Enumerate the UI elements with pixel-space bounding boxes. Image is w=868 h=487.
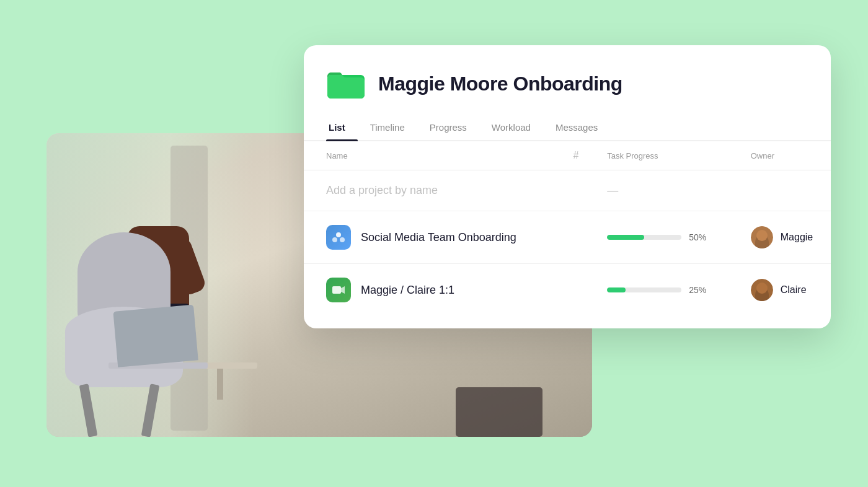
svg-point-2 [332, 237, 337, 242]
row1-name-cell[interactable]: Social Media Team Onboarding [304, 211, 567, 264]
meet-icon [326, 278, 351, 302]
col-task-progress: Task Progress [595, 141, 738, 170]
folder-icon [326, 63, 366, 105]
tab-progress[interactable]: Progress [417, 116, 479, 140]
add-hash-cell [567, 170, 595, 211]
add-project-row: Add a project by name — [304, 170, 831, 211]
table-row: Maggie / Claire 1:1 25% [304, 264, 831, 317]
col-name: Name [304, 141, 567, 170]
row2-owner-name: Claire [781, 284, 807, 296]
row2-progress-cell: 25% [595, 264, 738, 317]
laptop [108, 362, 208, 369]
row2-progress-bar [607, 287, 681, 292]
add-project-cell[interactable]: Add a project by name [304, 170, 567, 211]
row2-owner: Claire [751, 279, 831, 301]
svg-point-1 [336, 232, 341, 237]
row1-owner-name: Maggie [781, 232, 813, 243]
avatar-claire [751, 279, 773, 301]
floor-mat [456, 387, 542, 437]
row1-progress: 50% [607, 232, 738, 242]
row1-name: Social Media Team Onboarding [361, 231, 516, 244]
add-progress-cell: — [595, 170, 738, 211]
row1-progress-fill [607, 235, 644, 240]
tab-list[interactable]: List [326, 116, 358, 140]
row1-owner-cell: Maggie [738, 211, 831, 264]
row2-name: Maggie / Claire 1:1 [361, 284, 454, 297]
add-project-placeholder: Add a project by name [326, 184, 438, 196]
row1-progress-bar [607, 235, 681, 240]
row2-hash-cell [567, 264, 595, 317]
tabs-nav: List Timeline Progress Workload Messages [304, 116, 831, 141]
tab-workload[interactable]: Workload [479, 116, 543, 140]
row2-progress-label: 25% [689, 285, 711, 295]
svg-point-3 [340, 237, 345, 242]
asana-icon [326, 225, 351, 250]
row1-progress-label: 50% [689, 232, 711, 242]
row1-owner: Maggie [751, 226, 831, 248]
row1-hash-cell [567, 211, 595, 264]
tab-messages[interactable]: Messages [543, 116, 610, 140]
projects-table: Name # Task Progress Owner Add a project… [304, 141, 831, 316]
row2-progress-fill [607, 287, 626, 292]
col-owner: Owner [738, 141, 831, 170]
row2-owner-cell: Claire [738, 264, 831, 317]
row2-name-cell[interactable]: Maggie / Claire 1:1 [304, 264, 567, 317]
card-header: Maggie Moore Onboarding [304, 45, 831, 105]
svg-rect-4 [332, 286, 341, 294]
add-dash: — [607, 184, 618, 196]
tab-timeline[interactable]: Timeline [358, 116, 417, 140]
row2-progress: 25% [607, 285, 738, 295]
project-title: Maggie Moore Onboarding [378, 72, 622, 95]
avatar-maggie [751, 226, 773, 248]
col-hash: # [567, 141, 595, 170]
table-row: Social Media Team Onboarding 50% [304, 211, 831, 264]
row1-progress-cell: 50% [595, 211, 738, 264]
main-card: Maggie Moore Onboarding List Timeline Pr… [304, 45, 831, 328]
add-owner-cell [738, 170, 831, 211]
